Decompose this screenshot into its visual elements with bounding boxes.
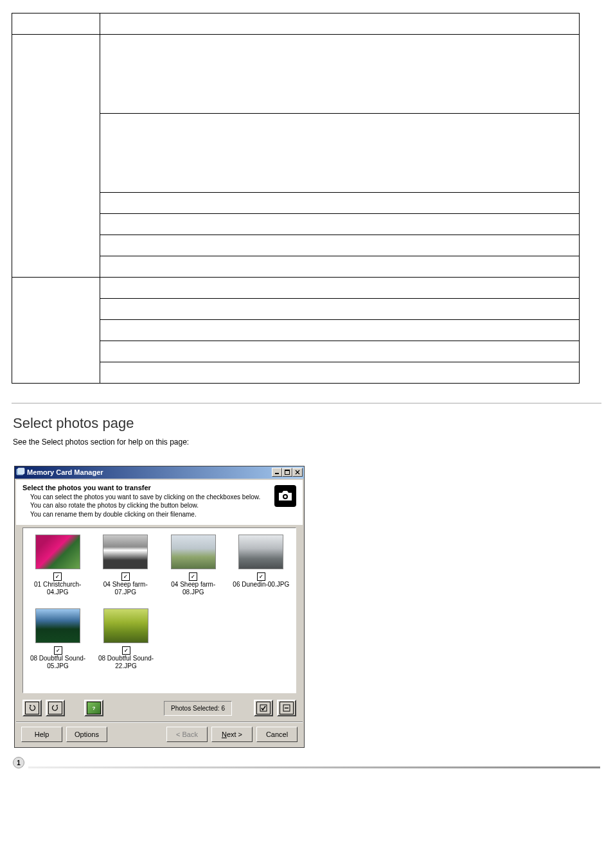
memory-card-manager-dialog: Memory Card Manager Select the photos yo… — [14, 466, 305, 748]
photo-filename[interactable]: 06 Dunedin-00.JPG — [231, 581, 292, 589]
banner-line: You can select the photos you want to sa… — [30, 493, 260, 502]
spec-cell — [100, 235, 580, 256]
spec-cell — [100, 256, 580, 278]
next-button[interactable]: Next > — [211, 727, 253, 742]
rename-button[interactable]: ? — [84, 700, 103, 716]
photo-thumbnail — [103, 608, 148, 643]
spec-cell — [12, 278, 100, 384]
maximize-button[interactable] — [282, 468, 292, 477]
photo-checkbox[interactable]: ✓ — [257, 572, 265, 581]
photo-checkbox[interactable]: ✓ — [54, 646, 62, 655]
photo-checkbox[interactable]: ✓ — [122, 646, 130, 655]
section-title: Select photos page — [13, 415, 613, 432]
spec-cell — [100, 341, 580, 362]
spec-cell — [100, 362, 580, 384]
select-all-icon — [256, 702, 271, 714]
spec-cell — [100, 114, 580, 193]
photo-filename[interactable]: 08 Doubtful Sound-05.JPG — [27, 655, 89, 669]
spec-cell — [100, 299, 580, 320]
photo-checkbox[interactable]: ✓ — [189, 572, 197, 581]
titlebar: Memory Card Manager — [15, 466, 304, 479]
rotate-right-button[interactable] — [46, 700, 65, 716]
photo-item[interactable]: ✓ 08 Doubtful Sound-22.JPG — [95, 608, 157, 669]
photo-filename[interactable]: 08 Doubtful Sound-22.JPG — [95, 655, 157, 669]
photo-thumbnail — [103, 535, 148, 569]
photo-checkbox[interactable]: ✓ — [53, 572, 62, 581]
photo-thumbnail — [35, 535, 80, 569]
maximize-icon — [285, 470, 290, 475]
photo-thumbnail — [171, 535, 216, 569]
spec-cell — [100, 214, 580, 235]
help-button[interactable]: Help — [21, 727, 62, 742]
minimize-button[interactable] — [272, 468, 282, 477]
spec-cell — [100, 193, 580, 214]
deselect-all-icon — [280, 702, 294, 714]
options-button[interactable]: Options — [66, 727, 107, 742]
photo-checkbox[interactable]: ✓ — [121, 572, 130, 581]
deselect-all-button[interactable] — [277, 700, 296, 716]
spec-cell — [100, 35, 580, 114]
photo-item[interactable]: ✓ 04 Sheep farm-07.JPG — [95, 535, 157, 596]
app-icon — [16, 468, 25, 477]
rename-icon: ? — [87, 702, 101, 714]
photo-item[interactable]: ✓ 06 Dunedin-00.JPG — [231, 535, 292, 596]
spec-cell — [100, 278, 580, 299]
close-icon — [295, 470, 300, 475]
titlebar-title: Memory Card Manager — [27, 468, 103, 476]
spec-table — [12, 13, 580, 384]
camera-icon — [274, 485, 296, 507]
spec-cell — [100, 13, 580, 35]
ref-number: 1 — [13, 757, 24, 768]
photo-thumbnail — [238, 535, 283, 569]
photo-thumbnail — [35, 608, 80, 643]
photo-filename[interactable]: 01 Christchurch-04.JPG — [27, 581, 89, 596]
ref-bar — [28, 766, 600, 768]
svg-rect-1 — [18, 468, 24, 474]
photo-item[interactable]: ✓ 01 Christchurch-04.JPG — [27, 535, 89, 596]
close-button[interactable] — [292, 468, 303, 477]
spec-cell — [12, 35, 100, 278]
select-all-button[interactable] — [254, 700, 273, 716]
next-mnemonic: N — [222, 731, 227, 738]
spec-cell — [100, 320, 580, 341]
rotate-right-icon — [48, 702, 62, 714]
photos-selected-status: Photos Selected: 6 — [164, 701, 232, 716]
divider — [12, 403, 601, 403]
section-body: See the Select photos section for help o… — [13, 437, 600, 448]
photo-item[interactable]: ✓ 04 Sheep farm-08.JPG — [163, 535, 224, 596]
footer-ref: 1 — [13, 757, 600, 768]
rotate-left-button[interactable] — [22, 700, 42, 716]
svg-point-8 — [284, 495, 287, 498]
svg-rect-9 — [260, 705, 267, 711]
cancel-button[interactable]: Cancel — [256, 727, 298, 742]
spec-cell — [12, 13, 100, 35]
banner-heading: Select the photos you want to transfer — [22, 484, 260, 492]
banner-line: You can also rotate the photos by clicki… — [30, 501, 260, 510]
rotate-left-icon — [25, 702, 39, 714]
back-button: < Back — [166, 727, 208, 742]
banner-line: You can rename them by double clicking o… — [30, 510, 260, 519]
photo-filename[interactable]: 04 Sheep farm-08.JPG — [163, 581, 224, 596]
photo-item[interactable]: ✓ 08 Doubtful Sound-05.JPG — [27, 608, 89, 669]
minimize-icon — [274, 470, 280, 475]
wizard-banner: Select the photos you want to transfer Y… — [16, 480, 303, 526]
thumbnail-area: ✓ 01 Christchurch-04.JPG ✓ 04 Sheep farm… — [22, 527, 296, 693]
photo-filename[interactable]: 04 Sheep farm-07.JPG — [95, 581, 157, 596]
